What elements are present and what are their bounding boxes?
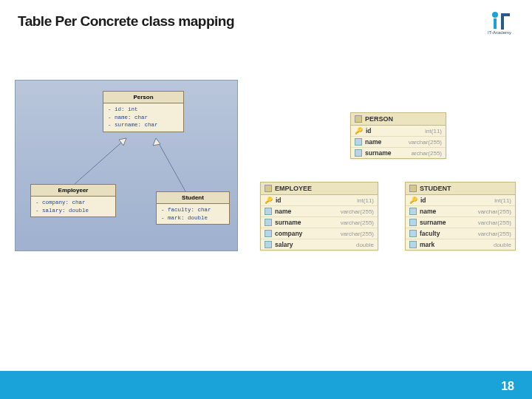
column-icon [409, 241, 417, 248]
column-icon [409, 230, 417, 237]
db-table-student: STUDENT 🔑idint(11) namevarchar(255) surn… [405, 182, 516, 250]
table-icon [355, 115, 362, 123]
uml-class-name: Student [157, 192, 229, 204]
uml-class-name: Person [103, 92, 183, 103]
uml-class-attrs: - faculty: char - mark: double [157, 204, 229, 224]
uml-class-student: Student - faculty: char - mark: double [156, 191, 230, 225]
table-icon [265, 185, 272, 192]
svg-rect-1 [494, 18, 497, 29]
key-icon: 🔑 [409, 197, 417, 204]
svg-marker-6 [153, 138, 160, 146]
column-icon [265, 230, 272, 237]
column-icon [355, 138, 362, 146]
footer-bar [0, 371, 532, 399]
uml-class-person: Person - id: int - name: char - surname:… [103, 91, 184, 132]
column-icon [265, 219, 272, 226]
svg-line-5 [156, 138, 185, 191]
column-icon [265, 208, 272, 215]
column-icon [355, 149, 362, 157]
db-table-person: PERSON 🔑idint(11) namevarchar(255) surna… [350, 112, 446, 159]
column-icon [409, 208, 417, 215]
table-icon [409, 185, 417, 192]
uml-class-employer: Employeer - company: char - salary: doub… [30, 184, 116, 217]
uml-class-attrs: - company: char - salary: double [31, 197, 115, 216]
svg-line-3 [75, 138, 126, 184]
svg-text:IT-Academy: IT-Academy [488, 30, 511, 35]
column-icon [265, 241, 272, 248]
logo: IT-Academy [486, 9, 519, 35]
slide-title: Table Per Concrete class mapping [18, 13, 234, 30]
svg-marker-4 [119, 138, 126, 146]
column-icon [409, 219, 417, 226]
page-number: 18 [501, 380, 514, 393]
key-icon: 🔑 [355, 127, 363, 134]
key-icon: 🔑 [265, 197, 273, 204]
db-table-employee: EMPLOYEE 🔑idint(11) namevarchar(255) sur… [260, 182, 378, 250]
uml-class-attrs: - id: int - name: char - surname: char [103, 103, 183, 132]
svg-point-0 [492, 12, 498, 18]
uml-class-name: Employeer [31, 185, 115, 197]
uml-diagram-panel: Person - id: int - name: char - surname:… [15, 80, 238, 251]
